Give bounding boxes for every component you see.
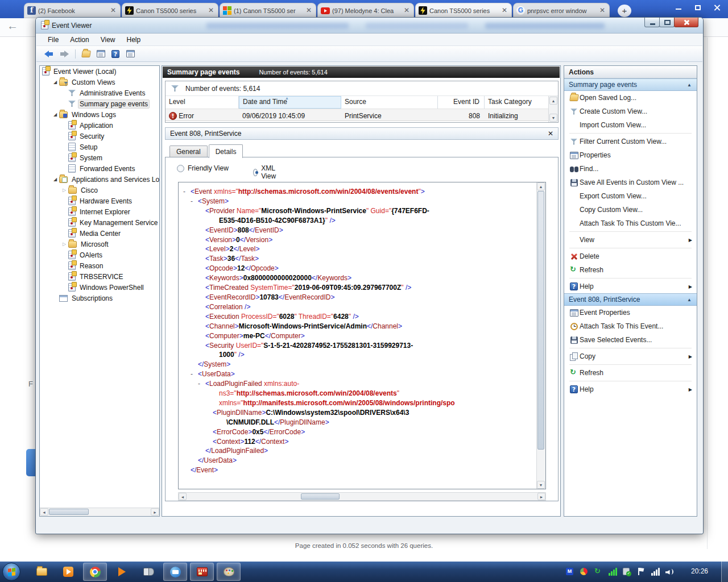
taskbar-palette-app[interactable] <box>217 563 241 581</box>
browser-tab[interactable]: pnrpsvc error window ✕ <box>513 3 610 18</box>
tree-item[interactable]: ▷Cisco <box>40 185 159 196</box>
action-group-header[interactable]: Summary page events ▲ <box>564 78 697 91</box>
tree-item[interactable]: Setup <box>40 142 159 152</box>
column-header-level[interactable]: Level <box>166 96 239 109</box>
window-close-button[interactable] <box>674 18 698 27</box>
tray-mb[interactable] <box>566 567 573 575</box>
menu-view[interactable]: View <box>95 34 121 45</box>
taskbar-media-play[interactable] <box>110 563 134 581</box>
tab-close-icon[interactable]: ✕ <box>500 7 508 15</box>
tab-close-icon[interactable]: ✕ <box>305 7 313 15</box>
action-item[interactable]: View ▶ <box>564 233 697 247</box>
xml-view-radio[interactable] <box>253 169 258 176</box>
event-row-cell[interactable]: 09/06/2019 10:45:09 <box>239 109 341 121</box>
action-item[interactable]: Delete <box>564 250 697 263</box>
action-item[interactable]: Event Properties <box>564 306 697 319</box>
action-item[interactable]: Import Custom View... <box>564 118 697 132</box>
tree-item[interactable]: ▷Microsoft <box>40 239 159 250</box>
tray-gbars[interactable] <box>609 567 617 576</box>
browser-tab[interactable]: (1) Canon TS5000 ser ✕ <box>220 3 316 18</box>
action-item[interactable]: Attach Task To This Event... <box>564 319 697 333</box>
tray-sync[interactable] <box>594 567 602 576</box>
column-header-event-id[interactable]: Event ID <box>438 96 485 109</box>
browser-close-button[interactable] <box>709 2 727 13</box>
tree-item[interactable]: Subscriptions <box>40 293 159 304</box>
action-item[interactable]: Copy Custom View... <box>564 203 697 217</box>
xml-horizontal-scrollbar[interactable]: ◄ ► <box>178 492 546 501</box>
action-item[interactable]: Copy ▶ <box>564 350 697 363</box>
window-maximize-button[interactable] <box>659 18 675 27</box>
show-console-tree-button[interactable] <box>94 48 107 60</box>
column-header-date-and-time[interactable]: ▲Date and Time <box>239 96 341 109</box>
expander-closed-icon[interactable]: ▷ <box>60 242 68 247</box>
new-tab-button[interactable]: + <box>618 5 631 17</box>
tree-item[interactable]: Internet Explorer <box>40 206 159 217</box>
browser-maximize-button[interactable] <box>689 2 706 13</box>
tree-item[interactable]: System <box>40 152 159 163</box>
action-item[interactable]: Help ▶ <box>564 383 697 396</box>
start-button[interactable] <box>2 563 20 581</box>
tree-item[interactable]: Hardware Events <box>40 196 159 206</box>
tree-item[interactable]: Reason <box>40 260 159 271</box>
tree-item[interactable]: Forwarded Events <box>40 163 159 174</box>
tree-horizontal-scrollbar[interactable]: ◄ ► <box>40 508 159 516</box>
tree-item[interactable]: OAlerts <box>40 250 159 260</box>
action-group-header[interactable]: Event 808, PrintService ▲ <box>564 293 697 306</box>
tree-item[interactable]: Windows PowerShell <box>40 282 159 293</box>
action-item[interactable]: Properties <box>564 148 697 162</box>
taskbar-address-book[interactable] <box>136 563 160 581</box>
window-title-bar[interactable]: Event Viewer <box>36 18 703 34</box>
action-item[interactable]: Refresh <box>564 366 697 380</box>
column-header-source[interactable]: Source <box>341 96 438 109</box>
browser-minimize-button[interactable] <box>670 2 687 13</box>
help-button[interactable] <box>109 48 122 60</box>
menu-file[interactable]: File <box>42 34 64 45</box>
collapse-dash-icon[interactable]: - <box>191 197 198 206</box>
tray-usb[interactable] <box>623 567 630 575</box>
taskbar-windows-explorer[interactable] <box>30 563 53 581</box>
taskbar-recorder[interactable] <box>190 563 214 581</box>
tab-general[interactable]: General <box>169 146 208 157</box>
action-item[interactable]: Attach Task To This Custom Vie... <box>564 217 697 230</box>
browser-tab[interactable]: (97) Melodyne 4: Clea ✕ <box>317 3 414 18</box>
action-item[interactable]: Find... <box>564 162 697 176</box>
action-item[interactable]: Save All Events in Custom View ... <box>564 176 697 189</box>
event-row-cell[interactable]: PrintService <box>341 109 438 121</box>
action-item[interactable]: Export Custom View... <box>564 189 697 203</box>
tray-pie[interactable] <box>580 567 588 575</box>
forward-button[interactable] <box>57 48 71 60</box>
expander-open-icon[interactable]: ◢ <box>51 80 59 85</box>
tab-close-icon[interactable]: ✕ <box>403 7 411 15</box>
tab-close-icon[interactable]: ✕ <box>109 7 117 15</box>
menu-help[interactable]: Help <box>121 34 147 45</box>
tree-item[interactable]: TRBSERVICE <box>40 271 159 282</box>
friendly-view-radio[interactable] <box>177 165 184 172</box>
taskbar-media-player-orange[interactable] <box>56 563 80 581</box>
tray-nbars[interactable] <box>651 567 660 576</box>
export-button[interactable] <box>79 48 93 60</box>
tree-item[interactable]: Key Management Service <box>40 217 159 228</box>
tree-item[interactable]: ◢Custom Views <box>40 77 159 88</box>
tab-details[interactable]: Details <box>209 144 243 158</box>
tray-vol[interactable] <box>665 567 675 576</box>
action-item[interactable]: Help ▶ <box>564 280 697 293</box>
browser-tab[interactable]: Canon TS5000 series ✕ <box>415 3 512 18</box>
show-action-pane-button[interactable] <box>123 48 137 60</box>
event-list-vertical-scrollbar[interactable]: ▲ ▼ <box>548 96 558 122</box>
tree-item[interactable]: Administrative Events <box>40 88 159 98</box>
tree-item[interactable]: Summary page events <box>40 98 159 109</box>
action-item[interactable]: Filter Current Custom View... <box>564 135 697 148</box>
tree-item[interactable]: Security <box>40 131 159 142</box>
details-close-icon[interactable]: ✕ <box>548 131 553 136</box>
show-desktop-button[interactable] <box>721 562 728 582</box>
action-item[interactable]: Refresh <box>564 263 697 277</box>
browser-tab[interactable]: (2) Facebook ✕ <box>24 3 121 18</box>
action-item[interactable]: Create Custom View... <box>564 105 697 118</box>
tab-close-icon[interactable]: ✕ <box>598 7 606 15</box>
action-item[interactable]: Open Saved Log... <box>564 91 697 105</box>
tree-item[interactable]: Media Center <box>40 228 159 239</box>
expander-closed-icon[interactable]: ▷ <box>60 188 68 193</box>
collapse-arrow-icon[interactable]: ▲ <box>687 297 692 302</box>
event-details-header[interactable]: Event 808, PrintService ✕ <box>165 127 559 140</box>
taskbar-chrome[interactable] <box>83 563 107 581</box>
